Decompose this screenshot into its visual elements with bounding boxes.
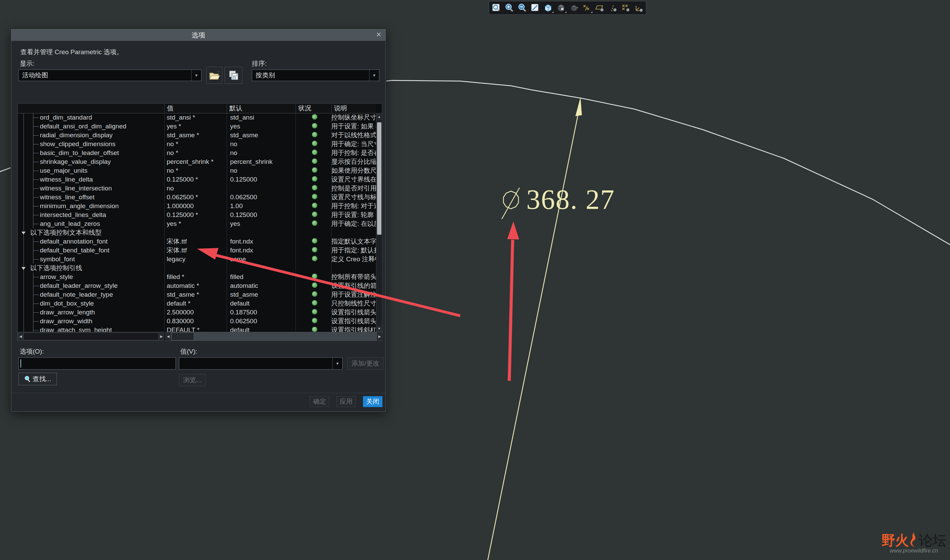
scroll-left-icon[interactable]: ◀: [166, 332, 171, 341]
table-row[interactable]: witness_line_delta 0.125000 * 0.125000 设…: [18, 175, 376, 184]
dialog-separator: [11, 393, 386, 393]
flame-icon: [910, 531, 918, 547]
table-row[interactable]: 以下选项控制引线: [18, 264, 376, 272]
scroll-right-icon[interactable]: ▶: [159, 332, 164, 341]
table-row[interactable]: use_major_units no * no 如果使用分数尺: [18, 166, 376, 175]
chevron-down-icon[interactable]: ▼: [369, 70, 379, 81]
column-header-default[interactable]: 默认: [227, 103, 296, 113]
option-default: font.ndx: [227, 238, 296, 245]
horizontal-scrollbar-thumb[interactable]: [23, 332, 159, 340]
table-row[interactable]: draw_attach_sym_height DEFAULT * default…: [18, 326, 376, 332]
show-combobox-value: 活动绘图: [19, 71, 191, 80]
value-combobox[interactable]: ▼: [179, 357, 342, 369]
option-default: percent_shrink: [227, 158, 296, 166]
option-status: [296, 176, 331, 183]
table-row[interactable]: symbol_font legacy asme 定义 Creo 注释中: [18, 255, 376, 264]
dialog-titlebar[interactable]: 选项 ✕: [11, 29, 386, 41]
option-description: 设置指引线斜杠: [331, 326, 376, 332]
plane-display-icon[interactable]: [594, 2, 606, 13]
horizontal-scrollbar-right[interactable]: ◀ ▶: [165, 332, 382, 341]
option-description: 用于确定: 当尺寸: [331, 140, 376, 149]
horizontal-scrollbar-left[interactable]: ◀ ▶: [18, 332, 164, 341]
option-status: [296, 255, 331, 263]
table-row[interactable]: draw_arrow_width 0.830000 0.062500 设置指引线…: [18, 317, 376, 326]
diameter-symbol-icon: [500, 186, 521, 222]
scroll-down-icon[interactable]: ▼: [376, 325, 382, 331]
option-value: legacy: [164, 255, 227, 263]
option-status: [296, 309, 331, 316]
add-change-button[interactable]: 添加/更改: [347, 357, 384, 369]
option-name: use_major_units: [18, 166, 164, 175]
table-row[interactable]: dim_dot_box_style default * default 只控制线…: [18, 299, 376, 308]
scroll-right-icon[interactable]: ▶: [377, 332, 382, 341]
repaint-icon[interactable]: [529, 2, 541, 13]
table-row[interactable]: witness_line_offset 0.062500 * 0.062500 …: [18, 193, 376, 202]
column-header-status[interactable]: 状况: [296, 103, 331, 113]
table-row[interactable]: witness_line_intersection no 控制是否对引用: [18, 184, 376, 193]
dimension-annotation[interactable]: 368. 27: [500, 186, 615, 222]
table-row[interactable]: 以下选项控制文本和线型: [18, 228, 376, 237]
zoom-in-icon[interactable]: [503, 2, 515, 13]
zoom-out-icon[interactable]: [517, 2, 528, 13]
column-header-description[interactable]: 说明: [331, 103, 376, 113]
vertical-scrollbar-thumb[interactable]: [377, 122, 381, 235]
shading-style-icon[interactable]: [542, 2, 554, 13]
table-row[interactable]: default_bend_table_font 宋体.ttf font.ndx …: [18, 246, 376, 255]
search-icon: [24, 376, 30, 383]
show-combobox[interactable]: 活动绘图 ▼: [19, 69, 202, 81]
column-header-name[interactable]: [18, 103, 164, 113]
column-divider: [227, 113, 227, 332]
table-row[interactable]: default_leader_arrow_style automatic * a…: [18, 282, 376, 290]
apply-button[interactable]: 应用: [336, 396, 356, 407]
save-config-button[interactable]: [225, 67, 242, 84]
table-row[interactable]: shrinkage_value_display percent_shrink *…: [18, 157, 376, 166]
watermark: 野火 论坛 www.proewildfire.cn: [878, 531, 950, 554]
open-config-button[interactable]: [206, 67, 222, 84]
option-default: no: [227, 167, 296, 174]
vertical-scrollbar[interactable]: ▲ ▼: [376, 113, 382, 332]
close-button[interactable]: 关闭: [363, 396, 382, 407]
table-row[interactable]: intersected_lines_delta 0.125000 * 0.125…: [18, 211, 376, 219]
sort-combobox[interactable]: 按类别 ▼: [252, 69, 379, 81]
table-row[interactable]: show_clipped_dimensions no * no 用于确定: 当尺…: [18, 140, 376, 149]
table-row[interactable]: ord_dim_standard std_ansi * std_ansi 控制纵…: [18, 113, 376, 122]
table-row[interactable]: radial_dimension_display std_asme * std_…: [18, 131, 376, 140]
option-value: yes *: [164, 123, 227, 130]
status-ok-icon: [312, 291, 317, 297]
table-row[interactable]: default_annotation_font 宋体.ttf font.ndx …: [18, 237, 376, 246]
table-row[interactable]: ang_unit_lead_zeros yes * yes 用于确定: 在以度: [18, 219, 376, 228]
option-description: 显示按百分比缩: [331, 157, 376, 166]
chevron-down-icon[interactable]: ▼: [191, 70, 201, 81]
table-row[interactable]: default_note_leader_type std_asme * std_…: [18, 290, 376, 299]
option-input[interactable]: [19, 357, 176, 369]
table-row[interactable]: minimum_angle_dimension 1.000000 1.00 用于…: [18, 202, 376, 211]
scroll-up-icon[interactable]: ▲: [376, 114, 382, 120]
option-default: font.ndx: [227, 247, 296, 254]
csys-display-icon[interactable]: [633, 2, 645, 13]
table-row[interactable]: arrow_style filled * filled 控制所有带箭头: [18, 272, 376, 282]
close-icon[interactable]: ✕: [376, 31, 381, 38]
option-default: automatic: [227, 282, 296, 289]
status-ok-icon: [312, 185, 317, 191]
option-value: automatic *: [164, 282, 227, 289]
find-button[interactable]: 查找...: [19, 373, 57, 385]
datum-display-icon[interactable]: [581, 2, 593, 13]
horizontal-scrollbar-thumb[interactable]: [171, 332, 194, 340]
column-header-value[interactable]: 值: [164, 103, 227, 113]
display-style-icon[interactable]: [555, 2, 567, 13]
table-row[interactable]: default_ansi_ord_dim_aligned yes * yes 用…: [18, 122, 376, 131]
ok-button[interactable]: 确定: [310, 396, 329, 407]
table-row[interactable]: draw_arrow_length 2.500000 0.187500 设置指引…: [18, 308, 376, 317]
table-row[interactable]: basic_dim_to_leader_offset no * no 用于控制:…: [18, 149, 376, 157]
browse-button[interactable]: 浏览...: [179, 374, 206, 386]
scroll-left-icon[interactable]: ◀: [18, 332, 23, 341]
option-description: 用于控制: 是否在: [331, 149, 376, 157]
point-display-icon[interactable]: [620, 2, 632, 13]
axis-display-icon[interactable]: [607, 2, 619, 13]
option-value: percent_shrink *: [164, 158, 227, 166]
section-view-icon[interactable]: [568, 2, 580, 13]
option-name: dim_dot_box_style: [18, 299, 164, 308]
zoom-to-fit-icon[interactable]: [490, 2, 502, 13]
chevron-down-icon[interactable]: ▼: [332, 358, 342, 369]
option-name: radial_dimension_display: [18, 131, 164, 140]
